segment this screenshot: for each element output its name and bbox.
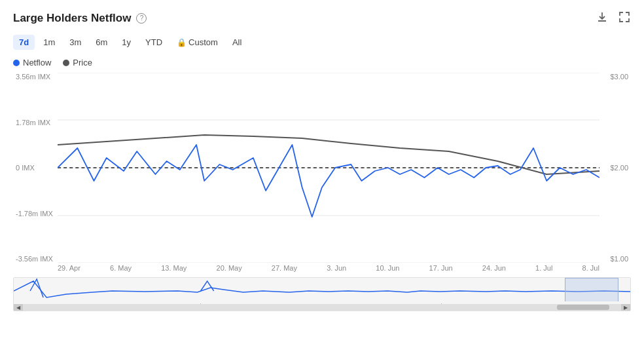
y-label-bot: -3.56m IMX <box>16 255 55 263</box>
x-label-7: 10. Jun <box>376 264 399 272</box>
main-chart-svg <box>58 73 599 263</box>
x-label-3: 13. May <box>161 264 187 272</box>
x-label-1: 29. Apr <box>58 264 80 272</box>
scrollbar[interactable]: ◀ ▶ <box>14 304 630 311</box>
y-label-2: 1.78m IMX <box>16 119 55 126</box>
scroll-arrow-right[interactable]: ▶ <box>621 304 630 311</box>
filter-1y[interactable]: 1y <box>116 35 137 50</box>
legend-price: Price <box>63 58 92 67</box>
netflow-dot <box>13 60 20 66</box>
scroll-arrow-left[interactable]: ◀ <box>14 304 23 311</box>
header-right <box>596 10 631 26</box>
legend-netflow: Netflow <box>13 58 51 67</box>
filter-1m[interactable]: 1m <box>37 35 61 50</box>
expand-button[interactable] <box>618 10 631 26</box>
netflow-label: Netflow <box>23 58 51 67</box>
price-bot: $1.00 <box>602 255 628 263</box>
y-label-top: 3.56m IMX <box>16 73 55 81</box>
mini-chart-svg <box>14 278 630 303</box>
x-label-6: 3. Jun <box>327 264 346 272</box>
price-top: $3.00 <box>602 73 628 81</box>
price-dot <box>63 60 69 66</box>
svg-rect-6 <box>14 278 630 303</box>
x-label-4: 20. May <box>217 264 242 272</box>
main-chart-area: 3.56m IMX 1.78m IMX 0 IMX -1.78m IMX -3.… <box>13 73 631 263</box>
mini-selection[interactable] <box>565 278 618 304</box>
x-label-11: 8. Jul <box>582 264 599 272</box>
filter-ytd[interactable]: YTD <box>139 35 168 50</box>
scroll-track[interactable] <box>23 304 621 311</box>
x-label-10: 1. Jul <box>535 264 552 272</box>
lock-icon: 🔒 <box>177 38 187 47</box>
filter-7d[interactable]: 7d <box>13 35 35 50</box>
scroll-thumb[interactable] <box>557 305 609 310</box>
x-label-9: 24. Jun <box>482 264 506 272</box>
filter-3m[interactable]: 3m <box>63 35 87 50</box>
y-label-4: -1.78m IMX <box>16 210 55 218</box>
x-label-2: 6. May <box>110 264 132 272</box>
price-mid: $2.00 <box>602 164 628 172</box>
info-icon[interactable]: ? <box>136 13 147 24</box>
download-button[interactable] <box>596 10 609 26</box>
y-axis-left: 3.56m IMX 1.78m IMX 0 IMX -1.78m IMX -3.… <box>13 73 58 263</box>
chart-svg-container <box>58 73 599 263</box>
x-label-5: 27. May <box>272 264 297 272</box>
x-axis-labels: 29. Apr 6. May 13. May 20. May 27. May 3… <box>13 264 631 272</box>
header: Large Holders Netflow ? <box>13 10 631 26</box>
custom-label: Custom <box>188 37 218 47</box>
header-left: Large Holders Netflow ? <box>13 12 147 25</box>
filter-all[interactable]: All <box>226 35 247 50</box>
x-label-8: 17. Jun <box>429 264 453 272</box>
price-label: Price <box>73 58 92 67</box>
main-container: Large Holders Netflow ? 7d 1m 3m 6m 1y Y… <box>0 0 644 363</box>
y-axis-right: $3.00 $2.00 $1.00 <box>599 73 631 263</box>
time-filters: 7d 1m 3m 6m 1y YTD 🔒 Custom All <box>13 35 631 50</box>
filter-custom[interactable]: 🔒 Custom <box>171 35 224 50</box>
page-title: Large Holders Netflow <box>13 12 131 25</box>
filter-6m[interactable]: 6m <box>90 35 113 50</box>
mini-chart[interactable]: Jan 22 Jul 22 Jan 23 Jul 23 Jan 24 ◀ ▶ <box>13 277 631 311</box>
y-label-mid: 0 IMX <box>16 164 55 172</box>
legend: Netflow Price <box>13 58 631 67</box>
